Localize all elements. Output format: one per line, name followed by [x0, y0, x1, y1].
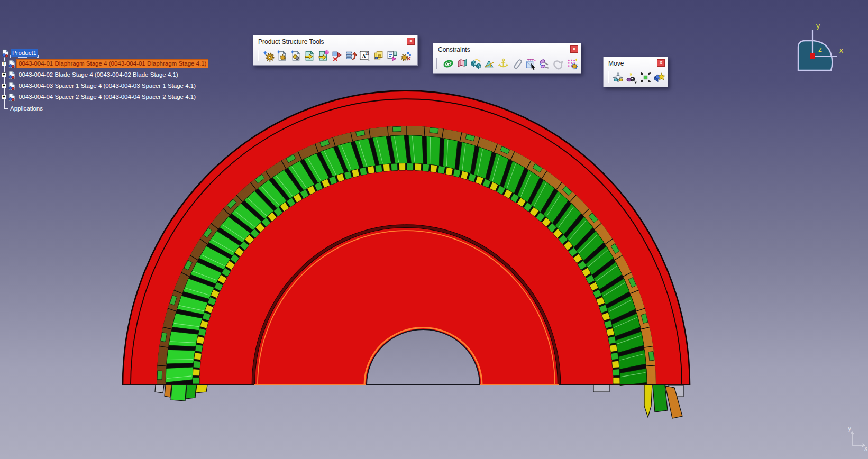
- close-icon[interactable]: x: [657, 59, 665, 67]
- tree-branch-elbow: [4, 108, 8, 109]
- part-icon[interactable]: [8, 93, 16, 102]
- spacer-green-segment[interactable]: [608, 336, 616, 344]
- spacer1-part[interactable]: [399, 163, 405, 171]
- selective-load-icon[interactable]: [371, 49, 385, 62]
- spacer1-part[interactable]: [612, 361, 619, 368]
- spacer1-part[interactable]: [367, 166, 374, 173]
- fast-multi-instantiation-icon[interactable]: [399, 49, 413, 62]
- explode-icon[interactable]: [638, 70, 652, 84]
- existing-component-with-positioning-icon[interactable]: [316, 49, 330, 62]
- tree-expand-button[interactable]: +: [2, 84, 6, 88]
- toolbar-title: Constraints: [438, 46, 470, 53]
- blade-tab[interactable]: [171, 385, 186, 401]
- spacer-green-segment[interactable]: [193, 377, 199, 384]
- existing-component-icon[interactable]: [303, 49, 316, 62]
- graph-tree-reordering-icon[interactable]: [344, 49, 358, 62]
- blade-part[interactable]: [169, 332, 198, 347]
- close-icon[interactable]: x: [570, 45, 578, 53]
- tree-root-label[interactable]: Product1: [11, 49, 38, 57]
- blade-part[interactable]: [426, 136, 440, 166]
- offset-constraint-icon[interactable]: [469, 57, 482, 70]
- coincidence-constraint-icon[interactable]: [441, 57, 455, 70]
- close-icon[interactable]: x: [407, 38, 415, 45]
- new-product-icon[interactable]: [275, 49, 289, 62]
- spacer1-tab[interactable]: [196, 385, 207, 393]
- compass-origin-dot[interactable]: [810, 53, 815, 59]
- fix-component-icon[interactable]: [496, 57, 510, 70]
- view-axis-indicator: y x: [838, 420, 868, 459]
- view-axis-x-label: x: [864, 445, 867, 452]
- toolbar-title: Move: [608, 60, 624, 67]
- spacer-green-segment[interactable]: [407, 163, 414, 171]
- spacer-green-segment[interactable]: [195, 344, 203, 352]
- generate-numbering-icon[interactable]: A15: [358, 49, 371, 62]
- blade-part[interactable]: [408, 135, 423, 164]
- new-part-icon[interactable]: [289, 49, 303, 62]
- snap-icon[interactable]: [625, 70, 639, 84]
- spacer-green-segment[interactable]: [423, 164, 430, 172]
- spacer1-part[interactable]: [610, 344, 618, 352]
- blade-tab[interactable]: [186, 385, 196, 399]
- part-icon[interactable]: [8, 82, 16, 90]
- toolbar-move: Move x: [603, 57, 668, 87]
- tree-item-label[interactable]: 0043-004-01 Diaphragm Stage 4 (0043-004-…: [17, 60, 208, 68]
- spacer-green-segment[interactable]: [193, 361, 200, 368]
- toolbar-grip[interactable]: [607, 71, 609, 83]
- tree-expand-button[interactable]: +: [2, 72, 6, 77]
- spacer1-part[interactable]: [415, 163, 422, 171]
- spacer1-part[interactable]: [613, 377, 620, 384]
- spacer-green-segment[interactable]: [613, 369, 620, 376]
- specification-tree: Product1 +0043-004-01 Diaphragm Stage 4 …: [0, 0, 222, 122]
- spacer-green-segment[interactable]: [438, 166, 445, 173]
- toolbar-grip[interactable]: [436, 58, 438, 69]
- toolbar-grip[interactable]: [257, 50, 259, 61]
- new-component-icon[interactable]: [261, 49, 275, 62]
- toolbar-title-bar[interactable]: Constraints x: [433, 43, 581, 56]
- stop-manipulate-on-clash-icon[interactable]: [652, 70, 666, 84]
- orientation-compass[interactable]: y z x: [762, 16, 857, 78]
- compass-x-label: x: [839, 46, 843, 54]
- manipulation-icon[interactable]: [611, 70, 625, 84]
- blade-tab[interactable]: [653, 385, 668, 412]
- compass-z-label: z: [818, 45, 822, 53]
- spacer1-part[interactable]: [194, 353, 202, 360]
- spacer-green-segment[interactable]: [611, 353, 619, 360]
- tree-item-label[interactable]: 0043-004-02 Blade Stage 4 (0043-004-02 B…: [17, 71, 180, 79]
- contact-constraint-icon[interactable]: [455, 57, 469, 70]
- spacer-green-segment[interactable]: [391, 163, 398, 171]
- product-icon[interactable]: [2, 49, 10, 58]
- band-green-segment: [430, 127, 438, 133]
- toolbar-title-bar[interactable]: Move x: [604, 57, 668, 69]
- spacer1-part[interactable]: [383, 164, 390, 172]
- quick-constraint-icon[interactable]: [524, 57, 537, 70]
- tree-applications-label[interactable]: Applications: [8, 105, 44, 113]
- spacer-green-segment[interactable]: [360, 167, 367, 176]
- manage-representations-icon[interactable]: [385, 49, 399, 62]
- tab-gray[interactable]: [593, 385, 609, 392]
- change-constraint-icon[interactable]: [551, 57, 565, 70]
- blade-part[interactable]: [166, 367, 193, 382]
- part-icon[interactable]: [8, 71, 16, 79]
- spacer2-tab[interactable]: [165, 385, 171, 397]
- tree-item-row: +0043-004-03 Spacer 1 Stage 4 (0043-004-…: [2, 81, 197, 91]
- spacer1-part[interactable]: [445, 167, 453, 176]
- tree-item-label[interactable]: 0043-004-03 Spacer 1 Stage 4 (0043-004-0…: [17, 82, 197, 90]
- toolbar-title-bar[interactable]: Product Structure Tools x: [253, 35, 417, 48]
- spacer1-part[interactable]: [430, 164, 437, 172]
- tree-expand-button[interactable]: +: [2, 61, 6, 66]
- part-icon[interactable]: [8, 60, 16, 68]
- spacer1-part[interactable]: [196, 336, 204, 344]
- tree-expand-button[interactable]: +: [2, 95, 6, 99]
- reuse-pattern-icon[interactable]: [565, 57, 579, 70]
- blade-part[interactable]: [443, 139, 458, 169]
- spacer-green-segment[interactable]: [375, 164, 382, 172]
- fix-together-icon[interactable]: [510, 57, 524, 70]
- tab-gray[interactable]: [155, 385, 164, 393]
- spacer1-part[interactable]: [193, 369, 200, 376]
- replace-component-icon[interactable]: [330, 49, 344, 62]
- flexible-rigid-sub-assembly-icon[interactable]: [537, 57, 551, 70]
- blade-part[interactable]: [167, 350, 195, 364]
- angle-constraint-icon[interactable]: [482, 57, 496, 70]
- tree-item-label[interactable]: 0043-004-04 Spacer 2 Stage 4 (0043-004-0…: [17, 93, 197, 101]
- spacer1-tab[interactable]: [644, 385, 652, 417]
